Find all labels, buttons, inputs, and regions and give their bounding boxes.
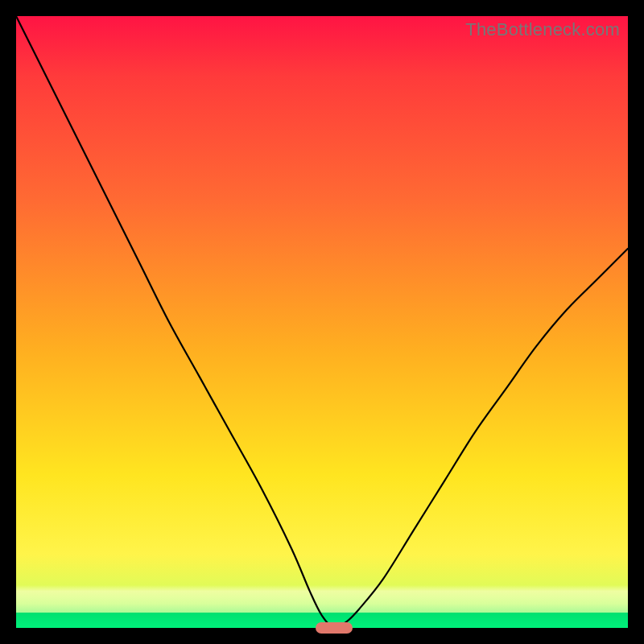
bottleneck-curve [16, 16, 628, 628]
optimum-marker [316, 622, 353, 634]
watermark-text: TheBottleneck.com [465, 19, 620, 40]
chart-frame: TheBottleneck.com [16, 16, 628, 628]
